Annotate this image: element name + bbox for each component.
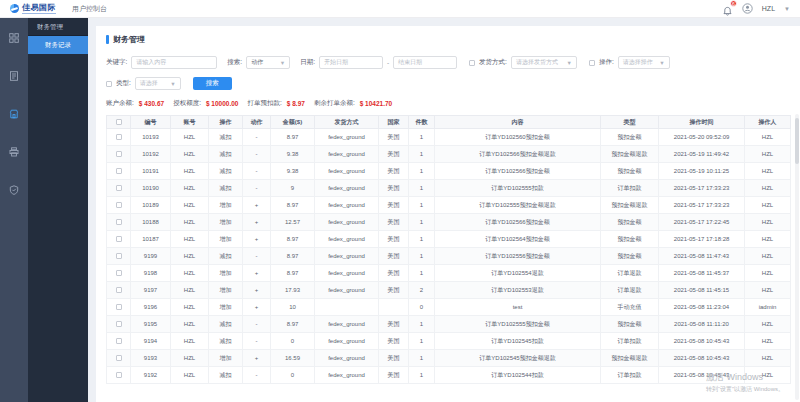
cell-country: 美国 xyxy=(379,265,409,282)
cell-country: 美国 xyxy=(379,316,409,333)
cell-time: 2021-05-19 11:49:42 xyxy=(659,146,745,163)
cell-operation: 减扣 xyxy=(209,333,243,350)
cell-content: test xyxy=(435,299,601,316)
column-header[interactable]: 操作人 xyxy=(745,116,791,129)
row-checkbox[interactable] xyxy=(116,372,122,378)
search-button[interactable]: 搜索 xyxy=(193,77,232,90)
cell-shipping: fedex_ground xyxy=(315,180,379,197)
type-select[interactable]: 请选择 ▼ xyxy=(135,77,181,90)
column-header[interactable]: 操作 xyxy=(209,116,243,129)
row-checkbox[interactable] xyxy=(116,304,122,310)
cell-id: 9197 xyxy=(131,282,171,299)
user-avatar-icon[interactable] xyxy=(742,3,753,14)
logo-text: 佳易国际 xyxy=(22,3,56,14)
cell-time: 2021-05-17 17:33:23 xyxy=(659,180,745,197)
column-header[interactable]: 动作 xyxy=(243,116,271,129)
cell-shipping: fedex_ground xyxy=(315,333,379,350)
cell-type: 订单扣款 xyxy=(601,333,659,350)
table-body: 10193HZL减扣-8.97fedex_ground美国1订单YD102560… xyxy=(107,129,791,384)
table-row: 9199HZL减扣-8.97fedex_ground美国1订单YD102556预… xyxy=(107,248,791,265)
cell-action: - xyxy=(243,129,271,146)
sidebar-item-finance-records[interactable]: 财务记录 xyxy=(28,36,88,54)
keyword-input[interactable]: 请输入内容 xyxy=(131,56,217,69)
nav-dashboard[interactable] xyxy=(8,32,20,44)
cell-action: - xyxy=(243,367,271,384)
keyword-label: 关键字: xyxy=(106,58,127,67)
shipping-select-value: 请选择发货方式 xyxy=(516,58,558,67)
table-row: 9197HZL增加+17.93fedex_ground美国2订单YD102553… xyxy=(107,282,791,299)
cell-id: 9195 xyxy=(131,316,171,333)
operation-filter-checkbox[interactable] xyxy=(589,60,595,66)
nav-orders[interactable] xyxy=(8,70,20,82)
notification-badge: 6 xyxy=(730,0,737,7)
column-header[interactable]: 金额($) xyxy=(271,116,315,129)
cell-operator: HZL xyxy=(745,129,791,146)
cell-amount: 16.59 xyxy=(271,350,315,367)
cell-time: 2021-05-08 10:45:43 xyxy=(659,367,745,384)
column-header[interactable]: 编号 xyxy=(131,116,171,129)
column-header[interactable]: 发货方式 xyxy=(315,116,379,129)
cell-amount: 17.93 xyxy=(271,282,315,299)
column-header[interactable]: 类型 xyxy=(601,116,659,129)
date-end-input[interactable]: 结束日期 xyxy=(393,56,457,69)
row-checkbox[interactable] xyxy=(116,236,122,242)
console-title: 用户控制台 xyxy=(72,4,107,14)
column-header[interactable]: 操作时间 xyxy=(659,116,745,129)
cell-operator: HZL xyxy=(745,248,791,265)
type-filter-checkbox[interactable] xyxy=(106,81,112,87)
row-checkbox[interactable] xyxy=(116,151,122,157)
cell-shipping: fedex_ground xyxy=(315,316,379,333)
cell-id: 9196 xyxy=(131,299,171,316)
column-header[interactable]: 内容 xyxy=(435,116,601,129)
nav-membership[interactable] xyxy=(8,184,20,196)
cell-country: 美国 xyxy=(379,197,409,214)
sidebar-group-finance[interactable]: 财务管理 xyxy=(28,18,88,36)
row-checkbox[interactable] xyxy=(116,253,122,259)
cell-qty: 1 xyxy=(409,163,435,180)
row-checkbox[interactable] xyxy=(116,321,122,327)
nav-store[interactable] xyxy=(8,108,20,120)
row-checkbox[interactable] xyxy=(116,168,122,174)
brand-logo[interactable]: 佳易国际 xyxy=(10,3,56,14)
row-checkbox[interactable] xyxy=(116,270,122,276)
column-header[interactable]: 国家 xyxy=(379,116,409,129)
logo-icon xyxy=(10,4,19,13)
row-checkbox[interactable] xyxy=(116,202,122,208)
row-checkbox[interactable] xyxy=(116,355,122,361)
cell-content: 订单YD102560预扣金额 xyxy=(435,129,601,146)
cell-type: 预扣金额 xyxy=(601,214,659,231)
table-row: 9194HZL减扣-0fedex_ground美国1订单YD102545扣款订单… xyxy=(107,333,791,350)
cell-account: HZL xyxy=(171,316,209,333)
row-checkbox[interactable] xyxy=(116,185,122,191)
nav-printer[interactable] xyxy=(8,146,20,158)
cell-operator: HZL xyxy=(745,197,791,214)
notifications-button[interactable]: 6 xyxy=(722,3,733,14)
column-header[interactable]: 账号 xyxy=(171,116,209,129)
select-all-checkbox[interactable] xyxy=(116,119,122,125)
vertical-scrollbar[interactable] xyxy=(795,114,799,400)
search-type-select[interactable]: 动作 ▼ xyxy=(246,56,290,69)
cell-country: 美国 xyxy=(379,180,409,197)
cell-shipping: fedex_ground xyxy=(315,265,379,282)
cell-country: 美国 xyxy=(379,163,409,180)
shipping-filter-checkbox[interactable] xyxy=(469,60,475,66)
row-checkbox[interactable] xyxy=(116,338,122,344)
cell-content: 订单YD102556预扣金额 xyxy=(435,248,601,265)
chevron-down-icon[interactable]: ▼ xyxy=(784,6,790,12)
cell-amount: 9 xyxy=(271,180,315,197)
column-header[interactable]: 件数 xyxy=(409,116,435,129)
cell-amount: 8.97 xyxy=(271,197,315,214)
operation-select[interactable]: 请选择操作 ▼ xyxy=(618,56,670,69)
cell-action: - xyxy=(243,316,271,333)
operation-label: 操作: xyxy=(599,58,614,67)
row-checkbox[interactable] xyxy=(116,134,122,140)
operation-select-value: 请选择操作 xyxy=(623,58,653,67)
username[interactable]: HZL xyxy=(762,5,775,12)
scrollbar-thumb[interactable] xyxy=(795,118,799,164)
date-start-input[interactable]: 开始日期 xyxy=(319,56,383,69)
row-checkbox[interactable] xyxy=(116,219,122,225)
cell-time: 2021-05-17 17:18:28 xyxy=(659,231,745,248)
shipping-select[interactable]: 请选择发货方式 ▼ xyxy=(511,56,577,69)
cell-operator: iadmin xyxy=(745,299,791,316)
row-checkbox[interactable] xyxy=(116,287,122,293)
